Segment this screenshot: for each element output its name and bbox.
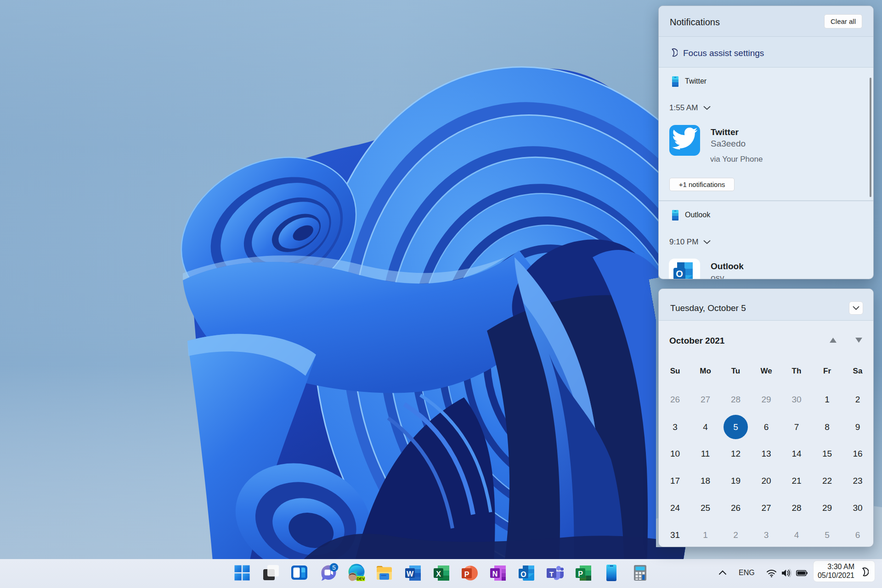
svg-text:O: O [520,571,526,578]
svg-text:P: P [464,571,469,578]
svg-text:5: 5 [332,564,336,571]
svg-text:DEV: DEV [356,577,365,581]
svg-text:T: T [549,570,554,578]
svg-text:P: P [578,570,583,578]
svg-text:O: O [676,269,683,279]
svg-text:W: W [407,570,414,578]
svg-text:N: N [492,570,498,578]
svg-text:X: X [436,570,441,578]
